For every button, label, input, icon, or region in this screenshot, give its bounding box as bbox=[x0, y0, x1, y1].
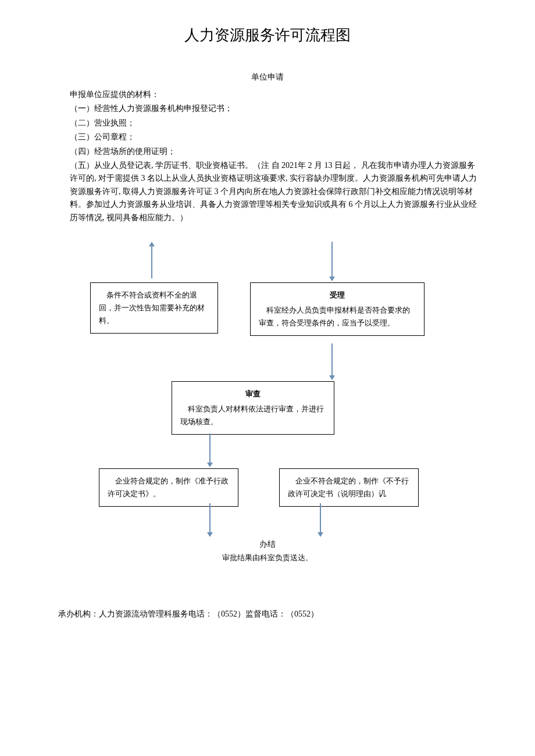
flowchart: 条件不符合或资料不全的退回，并一次性告知需要补充的材料。 受理 科室经办人员负责… bbox=[35, 236, 500, 596]
review-box-text: 科室负责人对材料依法进行审查，并进行现场核查。 bbox=[180, 403, 326, 428]
complete-text: 审批结果由科室负责送达。 bbox=[35, 552, 500, 564]
materials-item: （五）从业人员登记表, 学历证书、职业资格证书。（注 自 2021年 2 月 1… bbox=[70, 159, 477, 224]
arrow-down-icon bbox=[331, 242, 333, 277]
page-title: 人力资源服务许可流程图 bbox=[35, 23, 500, 48]
arrow-up-icon bbox=[151, 246, 152, 278]
review-box-title: 审查 bbox=[180, 388, 326, 400]
deny-box: 企业不符合规定的，制作《不予行政许可决定书（说明理由）讥 bbox=[279, 468, 419, 507]
reject-box: 条件不符合或资料不全的退回，并一次性告知需要补充的材料。 bbox=[90, 282, 218, 334]
application-section: 单位申请 申报单位应提供的材料： （一）经营性人力资源服务机构申报登记书； （二… bbox=[35, 71, 500, 224]
complete-section: 办结 审批结果由科室负责送达。 bbox=[35, 538, 500, 564]
review-box: 审查 科室负责人对材料依法进行审查，并进行现场核查。 bbox=[172, 381, 334, 435]
accept-box: 受理 科室经办人员负责申报材料是否符合要求的审查，符合受理条件的，应当予以受理。 bbox=[250, 282, 425, 336]
arrow-down-icon bbox=[320, 503, 321, 532]
materials-intro: 申报单位应提供的材料： bbox=[70, 88, 477, 101]
materials-item: （二）营业执照； bbox=[70, 117, 477, 130]
footer: 承办机构：人力资源流动管理科服务电话：（0552）监督电话：（0552） bbox=[35, 608, 500, 621]
materials-item: （一）经营性人力资源服务机构申报登记书； bbox=[70, 102, 477, 115]
accept-box-title: 受理 bbox=[259, 289, 416, 302]
arrow-down-icon bbox=[331, 343, 333, 375]
materials-list: 申报单位应提供的材料： （一）经营性人力资源服务机构申报登记书； （二）营业执照… bbox=[35, 88, 500, 224]
application-section-title: 单位申请 bbox=[35, 71, 500, 84]
arrow-down-icon bbox=[209, 503, 211, 532]
approve-box: 企业符合规定的，制作《准予行政许可决定书》。 bbox=[99, 468, 238, 507]
arrow-down-icon bbox=[209, 433, 211, 463]
materials-item: （四）经营场所的使用证明； bbox=[70, 145, 477, 158]
materials-item: （三）公司章程； bbox=[70, 131, 477, 144]
accept-box-text: 科室经办人员负责申报材料是否符合要求的审查，符合受理条件的，应当予以受理。 bbox=[259, 304, 416, 329]
complete-title: 办结 bbox=[35, 538, 500, 551]
